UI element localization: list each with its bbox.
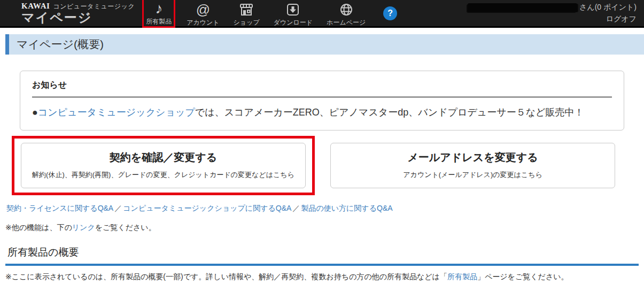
main-nav: ♪ 所有製品 @ アカウント ショップ: [142, 0, 368, 28]
email-button-wrap: メールアドレスを変更する アカウント(メールアドレス)の変更はこちら: [321, 136, 624, 195]
help-button[interactable]: ?: [383, 6, 397, 20]
shop-icon: [239, 2, 254, 18]
nav-item-homepage[interactable]: ホームページ: [324, 0, 368, 28]
owned-products-page-link[interactable]: 所有製品: [447, 272, 477, 281]
redacted-username: [468, 3, 577, 12]
nav-item-shop[interactable]: ショップ: [231, 0, 262, 28]
notice-bullet: ●: [32, 107, 38, 118]
qa-link-product-usage[interactable]: 製品の使い方に関するQ&A: [301, 204, 392, 212]
contract-change-button[interactable]: 契約を確認／変更する 解約(休止)、再契約(再開)、グレードの変更、クレジットカ…: [21, 143, 306, 188]
contract-button-subtitle: 解約(休止)、再契約(再開)、グレードの変更、クレジットカードの変更などはこちら: [26, 170, 301, 180]
page-title: マイページ(概要): [5, 34, 644, 55]
qa-link-contract-license[interactable]: 契約・ライセンスに関するQ&A: [6, 204, 113, 212]
nav-label: 所有製品: [146, 18, 172, 25]
qa-separator: ／: [292, 204, 300, 212]
more-note-suffix: をご覧ください。: [95, 223, 156, 232]
owned-products-heading: 所有製品の概要: [5, 245, 639, 266]
email-button-title: メールアドレスを変更する: [335, 150, 610, 165]
qa-links-row: 契約・ライセンスに関するQ&A／コンピュータミュージックショップに関するQ&A／…: [5, 204, 644, 213]
nav-label: ショップ: [234, 19, 260, 26]
user-points-suffix: さん(0 ポイント): [579, 2, 637, 13]
owned-products-heading-text: 所有製品の概要: [7, 247, 79, 258]
brand-subtitle: コンピュータミュージック: [53, 3, 135, 10]
notice-divider: [32, 96, 612, 98]
nav-item-owned-products[interactable]: ♪ 所有製品: [142, 0, 175, 28]
qa-link-shop[interactable]: コンピュータミュージックショップに関するQ&A: [123, 204, 291, 212]
notice-text: ●コンピュータミュージックショップでは、スコアメーカーZERO、ピアノマスターd…: [32, 105, 612, 120]
at-icon: @: [196, 2, 210, 18]
music-note-icon: ♪: [155, 1, 162, 17]
logo-top-line: KAWAIコンピュータミュージック: [21, 2, 135, 11]
products-note-prefix: ※ここに表示されているのは、所有製品の概要(一部)です。詳しい情報や、解約／再契…: [5, 272, 447, 281]
brand-name: KAWAI: [21, 2, 50, 10]
products-note-suffix: 」ページをご覧ください。: [477, 272, 569, 281]
shop-link[interactable]: コンピュータミュージックショップ: [38, 107, 195, 118]
logo-main-title: マイページ: [21, 11, 135, 24]
qa-separator: ／: [114, 204, 122, 212]
download-icon: [285, 2, 300, 18]
user-line: さん(0 ポイント): [468, 2, 637, 13]
email-button-subtitle: アカウント(メールアドレス)の変更はこちら: [335, 170, 610, 180]
globe-icon: [339, 2, 354, 18]
more-note-prefix: ※他の機能は、下の: [5, 223, 72, 232]
page-title-text: マイページ(概要): [17, 37, 104, 52]
notice-box: お知らせ ●コンピュータミュージックショップでは、スコアメーカーZERO、ピアノ…: [20, 71, 624, 131]
site-logo[interactable]: KAWAIコンピュータミュージック マイページ: [21, 2, 135, 24]
notice-heading: お知らせ: [32, 80, 612, 91]
logout-link[interactable]: ログオフ: [468, 13, 637, 25]
nav-label: ホームページ: [327, 19, 366, 26]
notice-message: では、スコアメーカーZERO、ピアノマスターdp、バンドプロデューサー５など販売…: [195, 107, 584, 118]
contract-button-title: 契約を確認／変更する: [26, 150, 301, 165]
nav-label: ダウンロード: [274, 19, 313, 26]
nav-item-download[interactable]: ダウンロード: [271, 0, 315, 28]
actions-row: 契約を確認／変更する 解約(休止)、再契約(再開)、グレードの変更、クレジットカ…: [12, 136, 624, 195]
owned-products-note: ※ここに表示されているのは、所有製品の概要(一部)です。詳しい情報や、解約／再契…: [5, 272, 639, 282]
red-annotation-box: 契約を確認／変更する 解約(休止)、再契約(再開)、グレードの変更、クレジットカ…: [12, 136, 315, 195]
more-functions-note: ※他の機能は、下のリンクをご覧ください。: [5, 223, 644, 233]
top-header: KAWAIコンピュータミュージック マイページ ♪ 所有製品 @ アカウント シ…: [0, 0, 644, 28]
user-block: さん(0 ポイント) ログオフ: [468, 2, 637, 25]
nav-label: アカウント: [187, 19, 219, 26]
more-note-link[interactable]: リンク: [72, 223, 95, 232]
nav-item-account[interactable]: @ アカウント: [184, 0, 222, 28]
email-change-button[interactable]: メールアドレスを変更する アカウント(メールアドレス)の変更はこちら: [330, 143, 615, 188]
